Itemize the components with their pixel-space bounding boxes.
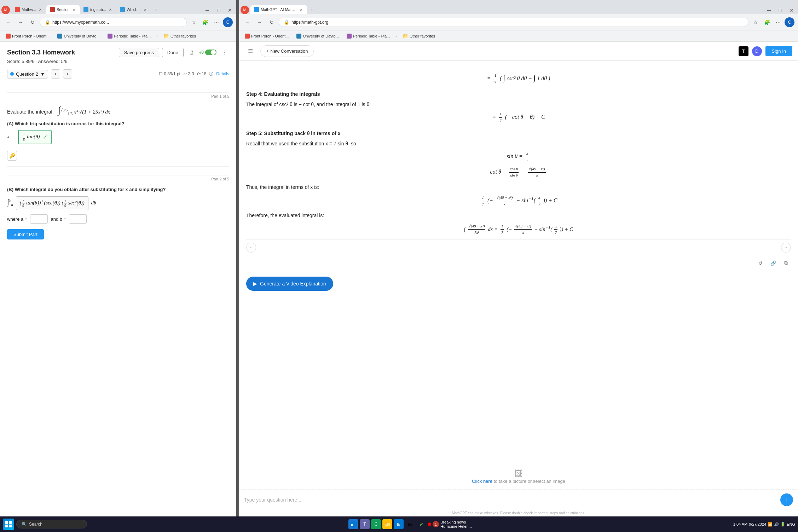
back-btn[interactable]: ← [4,17,13,27]
bookmark-folder-left[interactable]: 📁 Other favorites [161,33,198,39]
new-conversation-btn[interactable]: + New Conversation [260,45,314,57]
forward-btn[interactable]: → [16,17,25,27]
tab-mathw[interactable]: Mathw... ✕ [11,5,46,14]
svg-rect-1 [9,521,12,524]
taskbar-explorer-icon[interactable]: 📁 [382,519,392,529]
maximize-btn[interactable]: □ [214,6,224,14]
question-input[interactable] [244,497,777,503]
right-more-options-icon[interactable]: ⋯ [773,17,783,27]
right-close-btn[interactable]: ✕ [787,6,797,14]
taskbar-store-icon[interactable]: ⊞ [394,519,404,529]
input-a[interactable] [30,214,48,224]
scroll-left-btn[interactable]: ← [246,243,256,253]
signin-btn[interactable]: Sign In [765,46,792,56]
window-controls: ─ □ ✕ [202,6,235,14]
taskbar-teams-icon[interactable]: T [360,519,370,529]
step5-title: Step 5: Substituting back θ in terms of … [246,129,791,137]
tab-close-mathgpt[interactable]: ✕ [299,7,303,12]
discord-icon[interactable]: D [752,46,762,56]
bookmark-label-3: Periodic Table - Pta... [114,34,151,38]
save-progress-btn[interactable]: Save progress [119,48,159,57]
print-icon[interactable]: 🖨 [186,47,196,57]
check-icon: ✓ [43,134,47,140]
taskbar-search-bar[interactable]: 🔍 Search [16,520,87,528]
svg-rect-2 [5,525,8,527]
right-refresh-btn[interactable]: ↻ [267,17,277,27]
right-minimize-btn[interactable]: ─ [764,6,774,14]
send-btn[interactable]: ↑ [780,493,793,506]
taskbar-browser2-icon[interactable]: C [371,519,381,529]
more-options-icon[interactable]: ⋯ [212,17,221,27]
right-bookmark-star-icon[interactable]: ☆ [751,17,761,27]
right-bookmark-front-porch[interactable]: Front Porch - Orient... [243,33,291,39]
right-extension-icon[interactable]: 🧩 [762,17,772,27]
right-bookmark-label-1: Front Porch - Orient... [251,34,289,38]
tab-title-mathw: Mathw... [22,7,36,12]
right-back-btn[interactable]: ← [243,17,253,27]
windows-start-btn[interactable] [3,519,14,530]
lock-icon: 🔒 [45,20,50,25]
tiktok-icon[interactable]: T [739,46,748,56]
question-selector[interactable]: Question 2 ▼ [7,70,48,79]
eval-section: Part 1 of 5 Evaluate the integral: ∫√3/5… [7,84,229,166]
close-btn[interactable]: ✕ [225,6,235,14]
right-forward-btn[interactable]: → [255,17,265,27]
bookmarks-more-icon[interactable]: › [156,34,158,38]
right-new-tab-btn[interactable]: + [307,4,317,14]
tab-mathgpt[interactable]: MathGPT | AI Math Solver & Calc... ✕ [250,5,307,14]
extension-icon[interactable]: 🧩 [200,17,210,27]
search-label: Search [29,522,42,527]
right-maximize-btn[interactable]: □ [775,6,785,14]
bookmark-front-porch[interactable]: Front Porch - Orient... [4,33,52,39]
thus-block: Thus, the integral in terms of x is: 1 7… [246,183,791,208]
store-logo: ⊞ [397,522,400,527]
right-bookmark-folder[interactable]: 📁 Other favorites [400,33,437,39]
step5-content: Recall that we used the substitution x =… [246,140,791,148]
tab-close-gmail[interactable]: ✕ [71,7,76,12]
tab-close-which[interactable]: ✕ [143,7,148,12]
tab-close-mathw[interactable]: ✕ [38,7,43,12]
tab-close-trig[interactable]: ✕ [108,7,113,12]
url-input[interactable]: 🔒 https://www.myopenmath.co... [40,18,187,27]
bookmark-periodic-table[interactable]: Periodic Table - Pta... [105,33,153,39]
input-b[interactable] [69,214,87,224]
key-icon[interactable]: 🔑 [7,151,17,161]
toggle-switch[interactable] [205,50,216,55]
url-text: https://www.myopenmath.co... [52,20,181,25]
regenerate-icon-btn[interactable]: ↺ [756,258,765,268]
bookmark-university[interactable]: University of Dayto... [55,33,102,39]
click-here-link[interactable]: Click here [472,479,492,484]
right-bookmark-periodic-table[interactable]: Periodic Table - Pta... [345,33,392,39]
chrome-profile-btn[interactable]: C [223,17,233,27]
sqrt-indicator: √0 [199,50,216,55]
submit-part-btn[interactable]: Submit Part [7,229,44,239]
breaking-news-text: Breaking newsHurricane Helen... [440,520,472,528]
minimize-btn[interactable]: ─ [202,6,212,14]
refresh-btn[interactable]: ↻ [28,17,37,27]
taskbar-edge-icon[interactable]: e [348,519,358,529]
scroll-right-btn[interactable]: → [781,243,791,253]
done-btn[interactable]: Done [162,48,184,57]
prev-question-btn[interactable]: ‹ [51,69,60,79]
profile-icon[interactable]: M [1,6,10,14]
generate-video-btn[interactable]: ▶ Generate a Video Explanation [246,277,333,291]
hamburger-menu-btn[interactable]: ☰ [245,46,256,57]
new-tab-button[interactable]: + [151,4,161,14]
link-icon-btn[interactable]: 🔗 [768,258,778,268]
tab-gmail[interactable]: Section ✕ [46,5,80,14]
bookmark-star-icon[interactable]: ☆ [189,17,199,27]
tab-which[interactable]: Which... ✕ [116,5,151,14]
taskbar-check-icon[interactable]: ✔ [416,519,426,529]
right-bookmarks-more-icon[interactable]: › [395,34,397,38]
right-url-input[interactable]: 🔒 https://math-gpt.org [279,18,748,27]
tab-trig[interactable]: trig sub... ✕ [80,5,116,14]
right-chrome-profile-btn[interactable]: C [785,17,794,27]
details-link[interactable]: Details [216,71,229,76]
right-bookmark-university[interactable]: University of Dayto... [294,33,341,39]
notification-count: 1 [433,521,439,527]
taskbar-mail-icon[interactable]: ✉ [405,519,415,529]
more-options-btn[interactable]: ⋮ [219,47,229,57]
right-profile-icon[interactable]: M [241,6,249,14]
next-question-btn[interactable]: › [63,69,72,79]
copy-icon-btn[interactable]: ⧉ [781,258,791,268]
